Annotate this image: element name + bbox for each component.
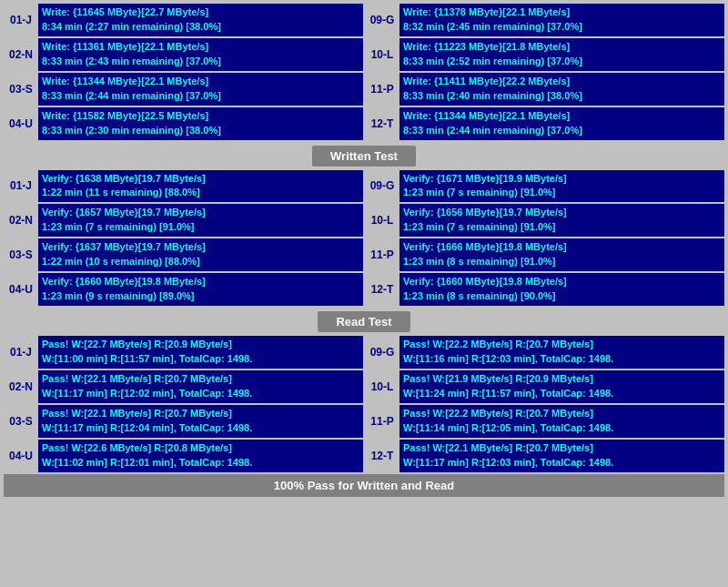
table-row: 02-NWrite: {11361 MByte}[22.1 MByte/s]8:… [4,38,363,71]
device-info: Write: {11344 MByte}[22.1 MByte/s]8:33 m… [38,73,363,106]
device-info: Pass! W:[22.1 MByte/s] R:[20.7 MByte/s]W… [38,405,363,438]
table-row: 01-JWrite: {11645 MByte}[22.7 MByte/s]8:… [4,4,363,36]
device-info: Verify: {1638 MByte}[19.7 MByte/s]1:22 m… [38,170,363,203]
table-row: 10-LPass! W:[21.9 MByte/s] R:[20.9 MByte… [365,370,724,403]
device-label: 03-S [4,405,38,438]
device-label: 02-N [4,38,38,71]
read-test-label: Read Test [318,311,410,332]
device-label: 10-L [365,370,399,403]
device-info: Write: {11361 MByte}[22.1 MByte/s]8:33 m… [38,38,363,71]
device-label: 01-J [4,170,38,203]
device-info: Verify: {1656 MByte}[19.7 MByte/s]1:23 m… [399,204,724,237]
read-section: 01-JPass! W:[22.7 MByte/s] R:[20.9 MByte… [4,336,724,472]
device-label: 09-G [365,336,399,369]
device-label: 01-J [4,4,38,36]
table-row: 01-JPass! W:[22.7 MByte/s] R:[20.9 MByte… [4,336,363,369]
device-label: 01-J [4,336,38,369]
device-label: 11-P [365,405,399,438]
device-label: 12-T [365,273,399,306]
table-row: 12-TVerify: {1660 MByte}[19.8 MByte/s]1:… [365,273,724,306]
device-label: 04-U [4,440,38,472]
device-info: Pass! W:[22.6 MByte/s] R:[20.8 MByte/s]W… [38,440,363,472]
device-info: Verify: {1637 MByte}[19.7 MByte/s]1:22 m… [38,238,363,271]
device-info: Verify: {1660 MByte}[19.8 MByte/s]1:23 m… [38,273,363,306]
read-left-col: 01-JPass! W:[22.7 MByte/s] R:[20.9 MByte… [4,336,363,472]
device-info: Pass! W:[22.2 MByte/s] R:[20.7 MByte/s]W… [399,405,724,438]
table-row: 11-PPass! W:[22.2 MByte/s] R:[20.7 MByte… [365,405,724,438]
device-info: Verify: {1671 MByte}[19.9 MByte/s]1:23 m… [399,170,724,203]
table-row: 04-UWrite: {11582 MByte}[22.5 MByte/s]8:… [4,107,363,140]
table-row: 10-LVerify: {1656 MByte}[19.7 MByte/s]1:… [365,204,724,237]
device-info: Write: {11378 MByte}[22.1 MByte/s]8:32 m… [399,4,724,36]
device-info: Write: {11582 MByte}[22.5 MByte/s]8:33 m… [38,107,363,140]
device-info: Write: {11645 MByte}[22.7 MByte/s]8:34 m… [38,4,363,36]
device-info: Write: {11411 MByte}[22.2 MByte/s]8:33 m… [399,73,724,106]
device-label: 04-U [4,273,38,306]
device-info: Pass! W:[22.1 MByte/s] R:[20.7 MByte/s]W… [399,440,724,472]
table-row: 03-SWrite: {11344 MByte}[22.1 MByte/s]8:… [4,73,363,106]
device-label: 03-S [4,73,38,106]
table-row: 02-NVerify: {1657 MByte}[19.7 MByte/s]1:… [4,204,363,237]
written-test-label: Written Test [312,146,416,167]
device-info: Verify: {1657 MByte}[19.7 MByte/s]1:23 m… [38,204,363,237]
device-label: 02-N [4,370,38,403]
table-row: 09-GVerify: {1671 MByte}[19.9 MByte/s]1:… [365,170,724,203]
device-label: 12-T [365,440,399,472]
device-label: 10-L [365,204,399,237]
device-info: Write: {11223 MByte}[21.8 MByte/s]8:33 m… [399,38,724,71]
table-row: 04-UVerify: {1660 MByte}[19.8 MByte/s]1:… [4,273,363,306]
table-row: 03-SPass! W:[22.1 MByte/s] R:[20.7 MByte… [4,405,363,438]
table-row: 01-JVerify: {1638 MByte}[19.7 MByte/s]1:… [4,170,363,203]
device-label: 12-T [365,107,399,140]
write-section: 01-JWrite: {11645 MByte}[22.7 MByte/s]8:… [4,4,724,140]
table-row: 11-PWrite: {11411 MByte}[22.2 MByte/s]8:… [365,73,724,106]
table-row: 03-SVerify: {1637 MByte}[19.7 MByte/s]1:… [4,238,363,271]
device-label: 04-U [4,107,38,140]
table-row: 10-LWrite: {11223 MByte}[21.8 MByte/s]8:… [365,38,724,71]
read-test-label-row: Read Test [4,308,724,336]
table-row: 04-UPass! W:[22.6 MByte/s] R:[20.8 MByte… [4,440,363,472]
device-label: 02-N [4,204,38,237]
device-label: 03-S [4,238,38,271]
table-row: 12-TPass! W:[22.1 MByte/s] R:[20.7 MByte… [365,440,724,472]
device-label: 10-L [365,38,399,71]
table-row: 11-PVerify: {1666 MByte}[19.8 MByte/s]1:… [365,238,724,271]
device-info: Pass! W:[22.1 MByte/s] R:[20.7 MByte/s]W… [38,370,363,403]
write-left-col: 01-JWrite: {11645 MByte}[22.7 MByte/s]8:… [4,4,363,140]
written-test-label-row: Written Test [4,142,724,170]
device-label: 09-G [365,4,399,36]
device-info: Verify: {1666 MByte}[19.8 MByte/s]1:23 m… [399,238,724,271]
table-row: 09-GPass! W:[22.2 MByte/s] R:[20.7 MByte… [365,336,724,369]
device-info: Write: {11344 MByte}[22.1 MByte/s]8:33 m… [399,107,724,140]
device-info: Pass! W:[22.7 MByte/s] R:[20.9 MByte/s]W… [38,336,363,369]
device-info: Verify: {1660 MByte}[19.8 MByte/s]1:23 m… [399,273,724,306]
bottom-bar: 100% Pass for Written and Read [4,474,724,497]
read-right-col: 09-GPass! W:[22.2 MByte/s] R:[20.7 MByte… [365,336,724,472]
table-row: 09-GWrite: {11378 MByte}[22.1 MByte/s]8:… [365,4,724,36]
device-info: Pass! W:[21.9 MByte/s] R:[20.9 MByte/s]W… [399,370,724,403]
write-right-col: 09-GWrite: {11378 MByte}[22.1 MByte/s]8:… [365,4,724,140]
verify-left-col: 01-JVerify: {1638 MByte}[19.7 MByte/s]1:… [4,170,363,307]
main-container: 01-JWrite: {11645 MByte}[22.7 MByte/s]8:… [0,0,728,501]
device-label: 11-P [365,238,399,271]
table-row: 02-NPass! W:[22.1 MByte/s] R:[20.7 MByte… [4,370,363,403]
device-label: 11-P [365,73,399,106]
device-info: Pass! W:[22.2 MByte/s] R:[20.7 MByte/s]W… [399,336,724,369]
device-label: 09-G [365,170,399,203]
verify-right-col: 09-GVerify: {1671 MByte}[19.9 MByte/s]1:… [365,170,724,307]
table-row: 12-TWrite: {11344 MByte}[22.1 MByte/s]8:… [365,107,724,140]
verify-section: 01-JVerify: {1638 MByte}[19.7 MByte/s]1:… [4,170,724,307]
